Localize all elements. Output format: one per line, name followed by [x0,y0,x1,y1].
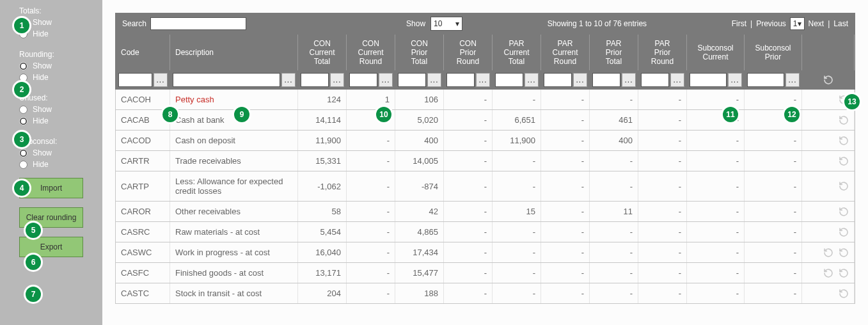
column-header[interactable]: PARCurrentRound [541,35,590,70]
cell-value[interactable]: - [493,171,541,201]
cell-value[interactable]: - [444,283,493,303]
column-header[interactable]: SubconsolPrior [745,35,802,70]
cell-value[interactable]: 11,900 [298,131,347,150]
column-header[interactable]: CONPriorRound [444,35,493,70]
column-header[interactable]: CONCurrentTotal [298,35,347,70]
cell-value[interactable]: - [347,171,395,201]
filter-ellipsis-button[interactable]: ... [670,73,684,87]
filter-ellipsis-button[interactable]: ... [154,73,168,87]
column-header[interactable]: Code [116,35,170,70]
cell-value[interactable]: - [541,222,590,242]
cell-value[interactable]: 5,020 [395,110,444,130]
cell-value[interactable]: - [687,90,745,109]
cell-value[interactable]: - [638,151,687,171]
undo-icon[interactable] [837,205,850,218]
cell-value[interactable]: - [541,202,590,221]
export-button[interactable]: Export [19,237,83,257]
cell-value[interactable]: 17,434 [395,242,444,262]
cell-value[interactable]: - [638,171,687,201]
radio-input[interactable] [19,117,28,125]
cell-value[interactable]: -874 [395,171,444,201]
sidebar-radio[interactable]: Hide [19,28,102,40]
cell-value[interactable]: - [638,202,687,221]
cell-value[interactable]: 16,040 [298,242,347,262]
filter-ellipsis-button[interactable]: ... [785,73,800,87]
filter-ellipsis-button[interactable]: ... [330,73,344,87]
cell-value[interactable]: - [745,222,802,242]
cell-value[interactable]: - [541,283,590,303]
undo-icon[interactable] [822,267,835,280]
cell-value[interactable]: - [493,151,541,171]
cell-value[interactable]: 13,171 [298,263,347,283]
cell-value[interactable]: 14,114 [298,110,347,130]
cell-value[interactable]: - [687,151,745,171]
cell-value[interactable]: -1,062 [298,171,347,201]
cell-value[interactable]: - [590,283,638,303]
filter-input[interactable] [349,73,377,87]
radio-input[interactable] [19,74,28,82]
cell-value[interactable]: - [347,222,395,242]
filter-input[interactable] [641,73,669,87]
cell-value[interactable]: - [745,171,802,201]
filter-ellipsis-button[interactable]: ... [281,73,296,87]
pager-last[interactable]: Last [833,19,848,28]
filter-input[interactable] [592,73,620,87]
column-header[interactable]: PARPriorRound [638,35,687,70]
cell-value[interactable]: - [541,90,590,109]
cell-value[interactable]: - [444,242,493,262]
filter-input[interactable] [747,73,784,87]
search-input[interactable] [150,17,246,30]
filter-input[interactable] [495,73,523,87]
filter-ellipsis-button[interactable]: ... [622,73,636,87]
cell-value[interactable]: - [347,131,395,150]
cell-value[interactable]: 15,477 [395,263,444,283]
cell-value[interactable]: - [541,110,590,130]
cell-value[interactable]: 461 [590,110,638,130]
cell-value[interactable]: - [638,131,687,150]
cell-value[interactable]: 11,900 [493,131,541,150]
radio-input[interactable] [19,62,28,70]
radio-input[interactable] [19,161,28,169]
cell-value[interactable]: 15,331 [298,151,347,171]
column-header[interactable]: Description [170,35,298,70]
sidebar-radio[interactable]: Show [19,60,102,72]
cell-value[interactable]: - [493,283,541,303]
cell-value[interactable]: 5,454 [298,222,347,242]
filter-ellipsis-button[interactable]: ... [728,73,742,87]
filter-input[interactable] [446,73,475,87]
cell-value[interactable]: - [590,90,638,109]
cell-value[interactable]: - [687,202,745,221]
cell-value[interactable]: - [638,263,687,283]
cell-value[interactable]: - [541,131,590,150]
cell-value[interactable]: - [541,171,590,201]
cell-value[interactable]: - [638,242,687,262]
filter-ellipsis-button[interactable]: ... [525,73,539,87]
cell-value[interactable]: - [745,202,802,221]
sidebar-radio[interactable]: Show [19,147,102,159]
cell-value[interactable]: - [347,263,395,283]
cell-value[interactable]: 14,005 [395,151,444,171]
radio-input[interactable] [19,149,28,157]
cell-value[interactable]: - [745,242,802,262]
cell-value[interactable]: - [444,202,493,221]
cell-value[interactable]: - [444,171,493,201]
cell-value[interactable]: - [493,263,541,283]
undo-icon[interactable] [837,226,850,239]
column-header[interactable]: PARPriorTotal [590,35,638,70]
cell-value[interactable]: - [687,263,745,283]
cell-value[interactable]: - [444,131,493,150]
undo-icon[interactable] [822,246,835,259]
cell-value[interactable]: 204 [298,283,347,303]
cell-value[interactable]: - [444,222,493,242]
cell-value[interactable]: 124 [298,90,347,109]
cell-value[interactable]: 106 [395,90,444,109]
filter-ellipsis-button[interactable]: ... [476,73,490,87]
cell-value[interactable]: - [493,90,541,109]
filter-ellipsis-button[interactable]: ... [379,73,393,87]
cell-value[interactable]: 11 [590,202,638,221]
cell-value[interactable]: - [347,151,395,171]
filter-ellipsis-button[interactable]: ... [427,73,441,87]
cell-value[interactable]: - [541,242,590,262]
cell-value[interactable]: - [638,222,687,242]
cell-value[interactable]: 400 [590,131,638,150]
